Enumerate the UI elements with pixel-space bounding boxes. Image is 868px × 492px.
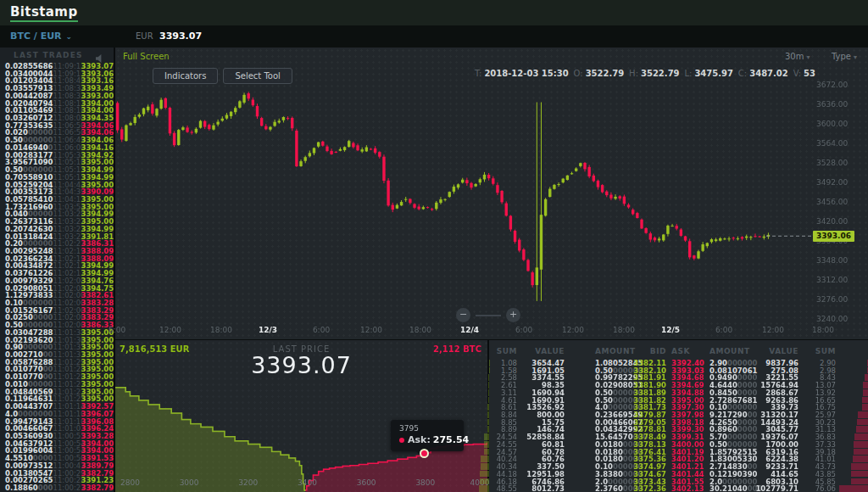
ask-depth-bar <box>851 463 868 470</box>
ask-depth-bar <box>863 382 868 389</box>
bid-price: 3372.36 <box>615 485 666 492</box>
price-tick: 3600.00 <box>816 120 848 128</box>
depth-tick: 2800 <box>120 478 140 487</box>
order-book-col-header: VALUE <box>737 345 798 357</box>
time-tick: 12/4 <box>460 326 479 334</box>
order-book-col-header: SUM <box>803 345 836 357</box>
ask-depth-bar <box>854 433 868 440</box>
price-tick: 3276.00 <box>816 295 848 304</box>
tooltip-price: 3795 <box>399 424 419 433</box>
ask-dot-icon <box>399 438 404 443</box>
ask-depth-bar <box>858 411 868 418</box>
ask-depth-bar <box>857 419 868 426</box>
ask-depth-bar <box>839 485 868 492</box>
time-tick: 6:00 <box>313 326 330 334</box>
orderbook-depth-panel: 7,816,513 EUR LAST PRICE 2,112 BTC 3393.… <box>115 340 489 492</box>
price-tick: 3636.00 <box>816 100 848 109</box>
time-tick: 18:00 <box>409 326 431 334</box>
chevron-down-icon: ⌄ <box>66 32 73 41</box>
price-chart-panel: Full Screen Indicators Select Tool T:201… <box>115 48 868 339</box>
zoom-slider[interactable] <box>476 315 501 316</box>
time-tick: 12/5 <box>661 326 680 334</box>
bitstamp-logo[interactable]: Bitstamp <box>10 4 78 22</box>
trade-time: 11:00:27 <box>53 484 81 492</box>
price-tick: 3492.00 <box>816 178 848 187</box>
bid-depth-bar <box>480 478 489 485</box>
time-tick: 6:00 <box>108 326 125 334</box>
time-tick: 6:00 <box>715 326 732 334</box>
pair-bar: BTC / EUR⌄ EUR 3393.07 <box>0 25 868 48</box>
price-tick: 3456.00 <box>816 198 848 206</box>
ask-depth-bar <box>863 389 868 396</box>
ask-depth-bar <box>862 397 868 404</box>
price-tick: 3240.00 <box>816 315 848 323</box>
bid-sum: 48.55 <box>489 485 517 492</box>
trade-row: 0.1886000011:00:273382.79 <box>0 484 114 492</box>
ask-depth-bar <box>853 456 868 462</box>
last-price-axis-label: 3393.06 <box>813 231 854 242</box>
price-tick: 3528.00 <box>816 159 848 167</box>
bid-depth-bar <box>479 485 489 492</box>
depth-tick: 3600 <box>357 478 376 487</box>
chart-zoom-control: − + <box>456 308 520 322</box>
order-book-row: 48.558012.732.376000003372.363402.1330.2… <box>489 485 868 492</box>
ask-depth-bar <box>851 478 868 485</box>
depth-tick: 3400 <box>298 478 317 487</box>
time-tick: 6:00 <box>515 326 532 334</box>
ask-depth-bar <box>854 449 868 456</box>
tooltip-side: Ask: <box>408 434 431 445</box>
trades-list[interactable]: 0.0285568611:09:133393.070.0340004411:09… <box>0 63 114 492</box>
app-header: Bitstamp <box>0 0 868 25</box>
time-tick: 12:00 <box>159 326 181 334</box>
order-book-header: SUMVALUEAMOUNTBIDASKAMOUNTVALUESUM <box>489 345 868 357</box>
currency-label: EUR <box>136 31 153 41</box>
bid-depth-bar <box>481 456 489 462</box>
time-tick: 12:00 <box>762 326 784 334</box>
bid-depth-bar <box>481 463 489 470</box>
ask-depth-bar <box>854 441 868 448</box>
pair-label: BTC / EUR <box>10 31 62 42</box>
ask-depth-bar <box>862 404 868 411</box>
ask-depth-bar <box>865 374 868 381</box>
ask-value: 102779.71 <box>737 485 798 492</box>
depth-hover-marker <box>420 449 429 458</box>
ask-depth-bar <box>856 426 868 433</box>
tooltip-value: 275.54 <box>433 434 469 445</box>
time-tick: 12:00 <box>360 326 382 334</box>
zoom-out-button[interactable]: − <box>456 308 470 322</box>
ask-depth-bar <box>851 471 868 478</box>
time-tick: 12/3 <box>259 326 277 334</box>
bid-depth-bar <box>480 471 489 478</box>
time-tick: 18:00 <box>613 326 635 334</box>
last-trades-panel: LAST TRADES 0.0285568611:09:133393.070.0… <box>0 48 115 492</box>
depth-tooltip: 3795 Ask:275.54 <box>391 420 464 451</box>
order-book-col-header: BID <box>615 345 666 357</box>
trade-price: 3382.79 <box>81 484 114 492</box>
candlestick-chart[interactable] <box>115 48 868 339</box>
depth-tick: 3000 <box>180 478 199 487</box>
price-tick: 3312.00 <box>816 276 848 284</box>
pair-price: 3393.07 <box>159 31 202 42</box>
order-book-col-header: SUM <box>489 345 517 357</box>
bid-value: 8012.73 <box>520 485 565 492</box>
pair-selector[interactable]: BTC / EUR⌄ <box>10 31 72 42</box>
order-book-panel[interactable]: SUMVALUEAMOUNTBIDASKAMOUNTVALUESUM 1.083… <box>489 340 868 492</box>
trade-amount: 0.18860000 <box>0 484 53 492</box>
time-tick: 18:00 <box>812 326 834 334</box>
last-trades-title: LAST TRADES <box>14 51 83 59</box>
depth-tick: 3800 <box>415 478 435 487</box>
time-tick: 18:00 <box>210 326 232 334</box>
time-tick: 12:00 <box>562 326 584 334</box>
price-tick: 3672.00 <box>816 81 848 89</box>
order-book-rows: 1.083654.471.080528453382.113392.402.900… <box>489 360 868 492</box>
depth-tick: 3200 <box>238 478 258 487</box>
last-price-value: 3393.07 <box>115 352 487 378</box>
last-trades-header: LAST TRADES <box>0 50 114 62</box>
price-tick: 3420.00 <box>816 217 848 226</box>
ask-sum: 76.06 <box>803 485 836 492</box>
zoom-in-button[interactable]: + <box>506 308 520 322</box>
bitstamp-tradeview: Bitstamp BTC / EUR⌄ EUR 3393.07 LAST TRA… <box>0 0 868 492</box>
price-tick: 3564.00 <box>816 139 848 148</box>
price-tick: 3348.00 <box>816 256 848 265</box>
order-book-col-header: VALUE <box>520 345 565 357</box>
